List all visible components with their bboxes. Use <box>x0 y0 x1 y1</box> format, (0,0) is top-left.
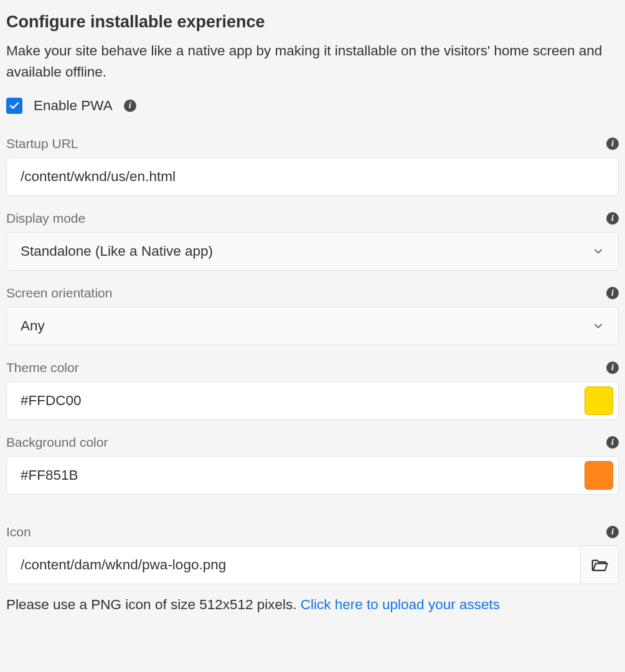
info-icon[interactable]: i <box>606 436 619 449</box>
info-icon[interactable]: i <box>606 526 619 538</box>
browse-button[interactable] <box>580 546 619 584</box>
page-title: Configure installable experience <box>6 12 619 32</box>
theme-color-swatch[interactable] <box>585 386 613 415</box>
display-mode-value: Standalone (Like a Native app) <box>21 243 213 259</box>
icon-help-text: Please use a PNG icon of size 512x512 pi… <box>6 597 619 613</box>
startup-url-label: Startup URL <box>6 136 78 151</box>
enable-pwa-checkbox[interactable] <box>6 98 22 114</box>
background-color-label: Background color <box>6 435 108 450</box>
info-icon[interactable]: i <box>606 287 619 299</box>
info-icon[interactable]: i <box>124 100 136 112</box>
display-mode-select[interactable]: Standalone (Like a Native app) <box>6 232 619 271</box>
theme-color-value: #FFDC00 <box>21 393 82 409</box>
info-icon[interactable]: i <box>606 362 619 374</box>
theme-color-label: Theme color <box>6 360 79 375</box>
screen-orientation-label: Screen orientation <box>6 286 112 301</box>
screen-orientation-value: Any <box>21 318 45 334</box>
chevron-down-icon <box>592 245 604 258</box>
page-description: Make your site behave like a native app … <box>6 40 619 83</box>
icon-label: Icon <box>6 525 31 539</box>
display-mode-label: Display mode <box>6 211 85 226</box>
check-icon <box>9 100 20 111</box>
background-color-input[interactable]: #FF851B <box>6 456 619 495</box>
folder-open-icon <box>590 556 609 574</box>
upload-assets-link[interactable]: Click here to upload your assets <box>301 597 500 612</box>
info-icon[interactable]: i <box>606 212 619 225</box>
startup-url-input[interactable]: /content/wknd/us/en.html <box>6 157 619 196</box>
background-color-value: #FF851B <box>21 467 78 483</box>
screen-orientation-select[interactable]: Any <box>6 307 619 345</box>
chevron-down-icon <box>592 320 604 332</box>
icon-path-input[interactable]: /content/dam/wknd/pwa-logo.png <box>6 546 580 584</box>
info-icon[interactable]: i <box>606 138 619 150</box>
theme-color-input[interactable]: #FFDC00 <box>6 381 619 420</box>
enable-pwa-label: Enable PWA <box>34 98 113 114</box>
background-color-swatch[interactable] <box>585 461 613 490</box>
